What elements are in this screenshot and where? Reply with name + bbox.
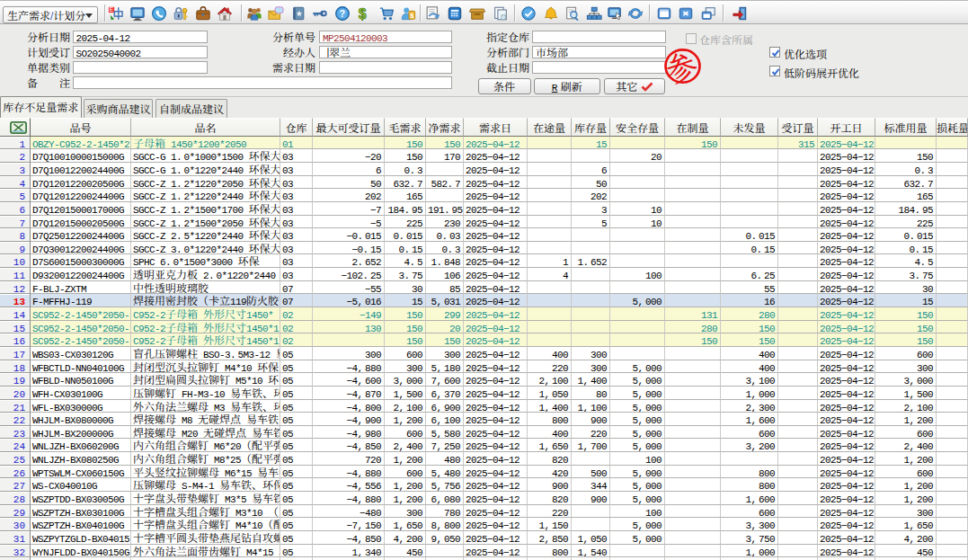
svg-text:参: 参	[659, 44, 703, 93]
svg-text:E: E	[110, 6, 113, 13]
svg-text:$: $	[410, 12, 414, 20]
svg-text:?: ?	[340, 8, 346, 19]
svg-text:$: $	[359, 6, 367, 22]
